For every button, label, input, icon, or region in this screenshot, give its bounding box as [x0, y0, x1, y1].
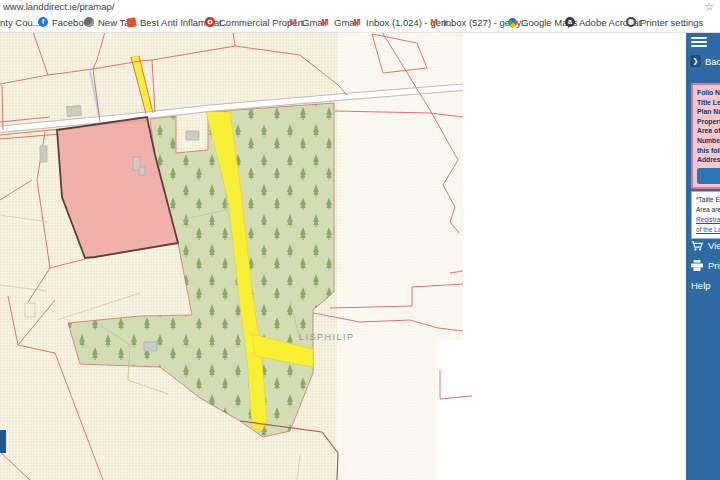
folio-field-label: Address:	[697, 155, 720, 165]
building	[40, 146, 47, 162]
menu-hamburger-icon[interactable]	[691, 37, 707, 49]
browser-chrome: www.landdirect.ie/pramap/ ☆ nty Cou... f…	[0, 0, 720, 33]
chevron-right-icon: ❯	[690, 55, 701, 67]
back-label: Back	[705, 56, 720, 67]
folio-field-label: Area of selected:	[697, 126, 720, 136]
building	[139, 167, 145, 175]
address-bar[interactable]: www.landdirect.ie/pramap/ ☆	[0, 0, 720, 13]
adobe-icon: a	[565, 17, 575, 27]
gmail-icon: M	[320, 17, 330, 27]
folio-field-label: Property No:	[697, 117, 720, 127]
building	[186, 131, 199, 140]
bookmark-label: Printer settings	[640, 17, 703, 28]
gmail-icon: M	[429, 17, 439, 27]
bookmarks-bar: nty Cou... f Facebook New Tab Best Anti …	[0, 13, 720, 33]
folio-field-label: Folio Number:	[697, 88, 720, 98]
gmail-icon: M	[352, 17, 362, 27]
folio-field-label: this folio:	[697, 146, 720, 156]
light-zone	[336, 33, 463, 480]
print-menu-item[interactable]: Print	[691, 260, 720, 271]
menu-label: Help	[691, 280, 711, 291]
building	[67, 105, 82, 116]
bookmark-item[interactable]: Printer settings	[626, 13, 703, 31]
menu-label: Print	[708, 260, 720, 271]
folio-info-panel: Folio Number: Title Level: Plan Number: …	[691, 83, 720, 189]
note-line: *Tailte Éireann	[696, 195, 720, 205]
maps-pin-icon	[506, 16, 519, 29]
gmail-icon: M	[288, 17, 298, 27]
note-line: Area are approximate	[696, 205, 720, 215]
flag-icon	[126, 17, 136, 27]
url-text[interactable]: www.landdirect.ie/pramap/	[3, 1, 114, 12]
cart-icon	[691, 241, 703, 251]
bookmark-label: nty Cou...	[0, 17, 41, 28]
map-canvas[interactable]: LISPHILIP	[0, 33, 690, 480]
help-menu-item[interactable]: Help	[691, 280, 711, 291]
view-cart-menu-item[interactable]: View Cart	[691, 240, 720, 251]
add-to-cart-button[interactable]: Add to Cart	[697, 168, 720, 184]
menu-label: View Cart	[708, 240, 720, 251]
facebook-icon: f	[38, 17, 48, 27]
folio-field-label: Plan Number:	[697, 107, 720, 117]
registration-link2[interactable]: of the Land	[696, 226, 720, 233]
townland-label: LISPHILIP	[299, 332, 355, 342]
sidebar-panel: ❯ Back Folio Number: Title Level: Plan N…	[686, 33, 720, 480]
folio-field-label: Title Level:	[697, 98, 720, 108]
bookmark-star-icon[interactable]: ☆	[704, 0, 714, 13]
bookmark-item[interactable]: nty Cou...	[0, 13, 41, 31]
target-icon	[205, 17, 215, 27]
printer-icon	[626, 17, 636, 27]
browser-window: www.landdirect.ie/pramap/ ☆ nty Cou... f…	[0, 0, 720, 480]
map-control-partial[interactable]	[0, 430, 6, 453]
folio-field-label: Number of parcels in	[697, 136, 720, 146]
back-button[interactable]: ❯ Back	[690, 55, 720, 67]
map-viewport[interactable]: LISPHILIP	[0, 33, 690, 480]
disclaimer-note: *Tailte Éireann Area are approximate Reg…	[691, 191, 720, 239]
printer-icon	[691, 260, 703, 271]
newtab-icon	[84, 17, 94, 27]
registration-link[interactable]: Registration	[696, 216, 720, 223]
building	[144, 342, 157, 351]
